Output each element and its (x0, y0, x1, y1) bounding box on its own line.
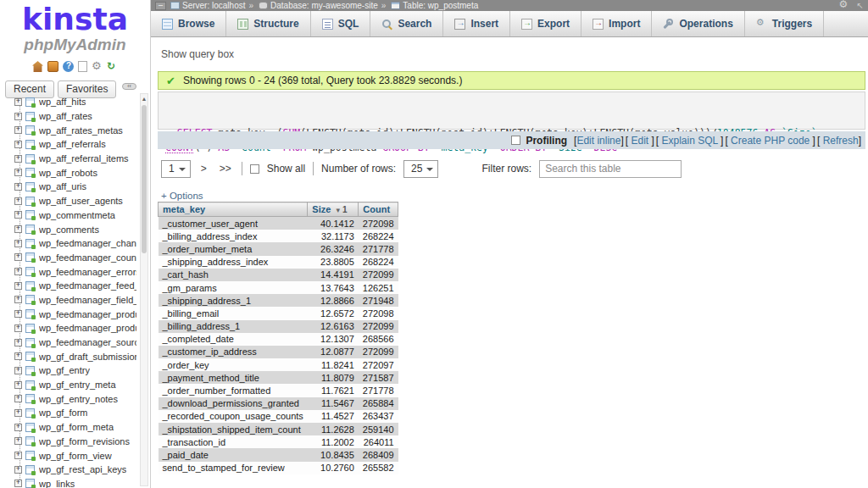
table-tree-item[interactable]: wp_gf_draft_submissions (14, 349, 136, 363)
expand-icon[interactable] (14, 480, 22, 487)
tab[interactable]: Browse (151, 11, 226, 36)
expand-icon[interactable] (14, 367, 22, 374)
tab[interactable]: Import (581, 11, 652, 36)
scrollbar-thumb[interactable] (142, 105, 147, 253)
table-name[interactable]: wp_aff_rates_metas (39, 125, 123, 136)
table-tree-item[interactable]: wp_gf_entry_meta (14, 378, 136, 392)
table-tree-item[interactable]: wp_gf_form (14, 406, 136, 420)
table-name[interactable]: wp_feedmanager_source (39, 337, 136, 347)
table-tree-item[interactable]: wp_feedmanager_channel (14, 236, 136, 251)
table-name[interactable]: wp_aff_robots (39, 168, 97, 178)
table-name[interactable]: wp_links (39, 479, 75, 488)
expand-icon[interactable] (14, 310, 22, 318)
tab[interactable]: Insert (443, 11, 510, 36)
exit-icon[interactable] (47, 61, 58, 72)
tab[interactable]: Operations (652, 11, 744, 36)
table-tree-item[interactable]: wp_feedmanager_product_ (14, 321, 136, 336)
table-tree-item[interactable]: wp_comments (14, 222, 136, 236)
last-page-button[interactable]: >> (217, 163, 234, 175)
table-name[interactable]: wp_gf_rest_api_keys (39, 464, 126, 474)
table-name[interactable]: wp_aff_rates (39, 111, 92, 121)
table-tree-item[interactable]: wp_aff_uris (14, 180, 136, 194)
scroll-up-icon[interactable]: ▲ (141, 94, 147, 103)
expand-icon[interactable] (14, 296, 22, 303)
table-tree-item[interactable]: wp_gf_entry_notes (14, 391, 136, 406)
expand-icon[interactable] (14, 324, 22, 332)
profiling-checkbox[interactable] (511, 136, 520, 145)
breadcrumb-label[interactable]: Table: wp_postmeta (403, 1, 478, 10)
column-header-size[interactable]: Size▾1 (308, 202, 359, 217)
table-tree-item[interactable]: wp_feedmanager_feed_sta (14, 279, 136, 293)
table-name[interactable]: wp_gf_entry_notes (39, 394, 118, 404)
table-name[interactable]: wp_feedmanager_product_ (39, 323, 136, 333)
show-query-box-link[interactable]: Show query box (161, 48, 234, 60)
table-name[interactable]: wp_commentmeta (39, 210, 115, 220)
sidebar-scrollbar[interactable]: ▲ (140, 93, 148, 486)
tab[interactable]: Structure (226, 11, 310, 36)
settings-gear-icon[interactable] (839, 0, 850, 11)
table-name[interactable]: wp_feedmanager_product_ (39, 309, 136, 319)
table-name[interactable]: wp_gf_form (39, 408, 87, 418)
panel-collapse-handle[interactable] (122, 83, 136, 90)
expand-icon[interactable] (14, 240, 22, 247)
expand-icon[interactable] (14, 424, 22, 431)
table-name[interactable]: wp_feedmanager_country (39, 252, 136, 263)
column-header-count[interactable]: Count (359, 202, 398, 217)
minimize-button[interactable]: – (155, 2, 166, 10)
expand-icon[interactable] (14, 155, 22, 163)
table-name[interactable]: wp_gf_form_view (39, 451, 112, 461)
query-action-link[interactable]: Refresh (823, 135, 859, 147)
expand-icon[interactable] (14, 183, 22, 191)
expand-icon[interactable] (14, 409, 22, 417)
table-name[interactable]: wp_aff_hits (39, 97, 86, 107)
expand-icon[interactable] (14, 452, 22, 459)
rows-per-page-select[interactable]: 25 (403, 160, 438, 178)
expand-icon[interactable] (14, 98, 22, 106)
home-icon[interactable] (32, 61, 43, 72)
table-tree-item[interactable]: wp_aff_referrals (14, 137, 136, 152)
table-tree-item[interactable]: wp_feedmanager_country (14, 251, 136, 265)
help-icon[interactable] (63, 61, 74, 72)
column-header-meta-key[interactable]: meta_key (159, 202, 308, 217)
options-toggle[interactable]: + Options (161, 191, 203, 201)
table-name[interactable]: wp_aff_referral_items (39, 153, 129, 164)
table-tree-item[interactable]: wp_links (14, 477, 136, 488)
table-name[interactable]: wp_aff_referrals (39, 139, 106, 149)
tab[interactable]: Export (510, 11, 581, 36)
table-tree-item[interactable]: wp_feedmanager_source (14, 336, 136, 350)
expand-icon[interactable] (14, 352, 22, 360)
table-name[interactable]: wp_comments (39, 225, 99, 235)
tab[interactable]: SQL (311, 11, 371, 36)
expand-icon[interactable] (14, 169, 22, 176)
expand-icon[interactable] (14, 225, 22, 233)
table-tree-item[interactable]: wp_aff_robots (14, 165, 136, 180)
expand-icon[interactable] (14, 211, 22, 219)
table-tree-item[interactable]: wp_gf_form_meta (14, 420, 136, 435)
table-name[interactable]: wp_gf_form_revisions (39, 436, 130, 446)
tab[interactable]: Triggers (745, 11, 824, 36)
table-name[interactable]: wp_aff_uris (39, 181, 86, 191)
expand-icon[interactable] (14, 253, 22, 261)
table-tree-item[interactable]: wp_gf_form_revisions (14, 435, 136, 449)
expand-icon[interactable] (14, 437, 22, 445)
table-tree-item[interactable]: wp_feedmanager_errors (14, 264, 136, 279)
breadcrumb-label[interactable]: Database: my-awesome-site (270, 1, 378, 10)
expand-icon[interactable] (14, 466, 22, 474)
table-tree-item[interactable]: wp_aff_hits (14, 95, 136, 109)
query-action-link[interactable]: Edit inline (576, 135, 620, 147)
page-select[interactable]: 1 (161, 160, 191, 178)
show-all-checkbox[interactable] (250, 164, 259, 174)
table-tree-item[interactable]: wp_aff_rates_metas (14, 123, 136, 137)
expand-icon[interactable] (14, 381, 22, 389)
query-action-link[interactable]: Create PHP code (731, 135, 810, 147)
next-page-button[interactable]: > (198, 163, 209, 175)
table-tree-item[interactable]: wp_feedmanager_product_ (14, 307, 136, 321)
table-name[interactable]: wp_gf_entry_meta (39, 380, 116, 390)
table-tree-item[interactable]: wp_aff_user_agents (14, 194, 136, 208)
query-action-link[interactable]: Explain SQL (662, 135, 718, 147)
expand-icon[interactable] (14, 268, 22, 275)
table-name[interactable]: wp_feedmanager_field_cat (39, 295, 136, 305)
table-name[interactable]: wp_gf_draft_submissions (39, 352, 136, 362)
table-name[interactable]: wp_aff_user_agents (39, 196, 123, 206)
tab[interactable]: Search (370, 11, 443, 36)
